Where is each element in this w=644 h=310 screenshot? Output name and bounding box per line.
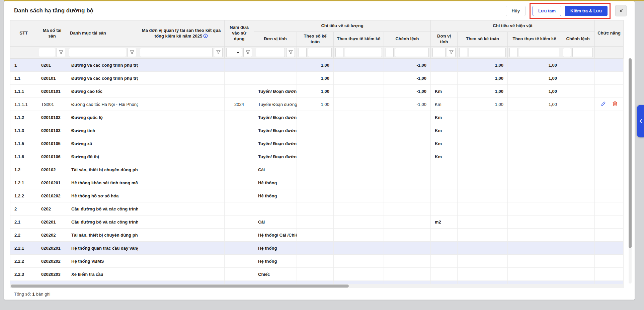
table-row[interactable]: 1.1.502010105Đường xãTuyến/ Đoạn đườngKm: [10, 137, 624, 150]
cell-stt: 2.2.1: [10, 242, 37, 255]
filter-input-ph-actual[interactable]: [519, 48, 559, 57]
cell-p_act: 1,00: [508, 72, 561, 85]
cell-code: TS001: [37, 98, 67, 111]
cell-p_unit: Km: [431, 98, 458, 111]
table-row[interactable]: 1.2.202010202Hệ thống hồ sơ số hóaHệ thố…: [10, 189, 624, 202]
filter-funnel-button-year[interactable]: [243, 48, 252, 57]
cell-name: [67, 281, 138, 285]
filter-funnel-button-qty-unit[interactable]: [286, 48, 295, 57]
cell-p_acc: [458, 202, 508, 215]
check-and-save-button[interactable]: Kiểm tra & Lưu: [565, 6, 608, 16]
cell-name: Xe kiểm tra cầu: [67, 268, 138, 281]
cell-q_unit: [254, 281, 297, 285]
cell-p_unit: [431, 59, 458, 72]
filter-funnel-button-asset-code[interactable]: [57, 48, 65, 57]
panel-card: Danh sách hạ tầng đường bộ Hủy Lưu tạm K…: [4, 1, 635, 300]
equals-operator: =: [386, 48, 394, 57]
save-draft-button[interactable]: Lưu tạm: [533, 6, 561, 16]
cell-name: Đường và các công trình phụ trợ gắn ...: [67, 72, 138, 85]
table-row[interactable]: 20202Cầu đường bộ và các công trình phụ …: [10, 202, 624, 215]
table-row[interactable]: 1.1020101Đường và các công trình phụ trợ…: [10, 72, 624, 85]
table-row[interactable]: 2.2020202Tài sản, thiết bị chuyên dùng p…: [10, 229, 624, 242]
cell-year: [225, 111, 254, 124]
filter-input-ph-difference[interactable]: [572, 48, 593, 57]
table-row[interactable]: 1.1.302010103Đường tỉnhTuyến/ Đoạn đường…: [10, 124, 624, 137]
table-row[interactable]: 2.2.202020202Hệ thống VBMSHệ thống: [10, 255, 624, 268]
cell-code: 02010101: [37, 85, 67, 98]
cell-year: [225, 202, 254, 215]
cell-actions: [595, 59, 624, 72]
table-row[interactable]: 1.1.102010101Đường cao tốcTuyến/ Đoạn đư…: [10, 85, 624, 98]
table-row[interactable]: 2.1020201Cầu đường bộ và các công trình …: [10, 215, 624, 229]
table-row[interactable]: 1.1.1.1TS001Đường cao tốc Hà Nội - Hải P…: [10, 98, 624, 111]
table-row[interactable]: 1.2.102010201Hệ thống khảo sát tình trạn…: [10, 176, 624, 189]
filter-input-asset-code[interactable]: [39, 48, 55, 57]
cell-year: [225, 229, 254, 242]
cell-q_acc: [297, 202, 334, 215]
table-row[interactable]: 2.2.302020203Xe kiểm tra cầuChiếc: [10, 268, 624, 281]
cell-q_diff: [384, 215, 431, 229]
cell-stt: 1.2: [10, 163, 37, 176]
col-header-stt: STT: [10, 20, 37, 47]
filter-year-select[interactable]: [226, 48, 242, 57]
table-row[interactable]: 2.2.102020201Hệ thống quan trắc cầu dây …: [10, 242, 624, 255]
cell-p_act: [508, 189, 561, 202]
table-row[interactable]: 10201Đường và các công trình phụ trợ gắn…: [10, 59, 624, 72]
cell-q_unit: Cái: [254, 215, 297, 229]
funnel-icon: [130, 50, 135, 55]
cancel-button[interactable]: Hủy: [506, 6, 526, 16]
cell-q_diff: [384, 137, 431, 150]
cell-unit_code: [138, 268, 225, 281]
horizontal-scrollbar-thumb[interactable]: [11, 285, 349, 288]
cell-p_unit: [431, 242, 458, 255]
cell-q_act: [334, 202, 384, 215]
caret-down-icon: [237, 52, 239, 54]
table-row[interactable]: 1.1.202010102Đường quốc lộTuyến/ Đoạn đư…: [10, 111, 624, 124]
filter-input-qty-actual[interactable]: [345, 48, 382, 57]
cell-q_diff: [384, 268, 431, 281]
filter-input-unit-code[interactable]: [140, 48, 213, 57]
filter-input-qty-accounting[interactable]: [308, 48, 332, 57]
cell-unit_code: [138, 124, 225, 137]
col-header-actions: Chức năng: [595, 20, 624, 47]
cell-code: 02010202: [37, 189, 67, 202]
group-header-physical: Chỉ tiêu về hiện vật: [431, 20, 595, 32]
delete-row-button[interactable]: [612, 100, 618, 108]
funnel-icon: [449, 50, 454, 55]
filter-funnel-button-unit-code[interactable]: [214, 48, 223, 57]
cell-year: [225, 242, 254, 255]
cell-q_unit: Hệ thống: [254, 189, 297, 202]
cell-q_unit: Tuyến/ Đoạn đường: [254, 85, 297, 98]
cell-actions: [595, 215, 624, 229]
cell-stt: 2.2.2: [10, 255, 37, 268]
cell-p_diff: [561, 98, 595, 111]
cell-p_diff: [561, 163, 595, 176]
filter-input-qty-unit[interactable]: [256, 48, 285, 57]
filter-input-ph-accounting[interactable]: [469, 48, 506, 57]
cell-unit_code: [138, 255, 225, 268]
table-row[interactable]: 1.2020102Tài sản, thiết bị chuyên dùng p…: [10, 163, 624, 176]
filter-cell-stt: [10, 47, 37, 59]
edit-row-button[interactable]: [600, 100, 607, 108]
table-row[interactable]: [10, 281, 624, 285]
info-icon[interactable]: [203, 34, 208, 38]
col-header-ph-unit: Đơn vị tính: [431, 32, 458, 47]
vertical-scrollbar-thumb[interactable]: [629, 58, 632, 248]
filter-input-asset-category[interactable]: [69, 48, 126, 57]
col-header-ph-accounting: Theo số kế toán: [458, 32, 508, 47]
collapse-button[interactable]: [615, 5, 627, 16]
filter-funnel-button-ph-unit[interactable]: [447, 48, 456, 57]
side-panel-toggle[interactable]: [637, 105, 644, 137]
filter-input-qty-difference[interactable]: [395, 48, 429, 57]
cell-q_diff: [384, 150, 431, 163]
cell-unit_code: [138, 72, 225, 85]
cell-p_act: [508, 163, 561, 176]
cell-unit_code: [138, 137, 225, 150]
cell-year: [225, 150, 254, 163]
filter-input-ph-unit[interactable]: [432, 48, 446, 57]
funnel-icon: [59, 50, 64, 55]
table-row[interactable]: 1.1.602010106Đường đô thịTuyến/ Đoạn đườ…: [10, 150, 624, 163]
cell-p_diff: [561, 189, 595, 202]
cell-p_diff: [561, 59, 595, 72]
filter-funnel-button-asset-category[interactable]: [128, 48, 136, 57]
